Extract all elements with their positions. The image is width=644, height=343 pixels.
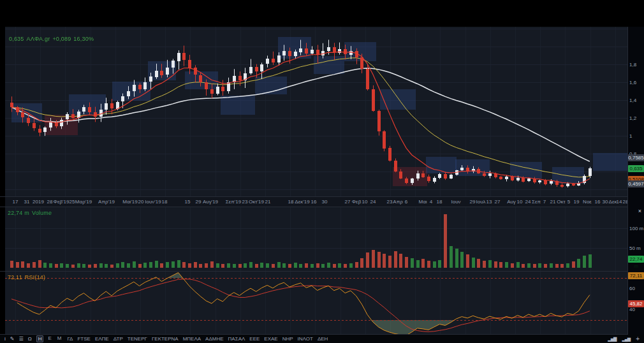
symbol-legend: 0,635ΑΛΦΑ.gr+0,08916,30% <box>9 36 96 42</box>
rsi-legend: 72,11RSI(14) <box>8 274 48 281</box>
time-axis-label: Αυγ <box>507 199 516 205</box>
time-axis-label: 15 <box>185 199 191 205</box>
time-axis-label: Φεβ <box>352 199 362 205</box>
rsi-label: RSI(14) <box>25 274 45 281</box>
ticker-tab-ΕΕΕ[interactable]: ΕΕΕ <box>249 336 260 342</box>
toolbar-icon-group: i✎☰Ω <box>4 336 32 342</box>
time-axis-label: Αυγ'19 <box>203 199 218 205</box>
time-axis-label: 18 <box>288 199 294 205</box>
ticker-tab-ΔΕΗ[interactable]: ΔΕΗ <box>318 336 328 342</box>
time-axis-label: 23 <box>387 199 393 205</box>
volume-legend: 22,74 mVolume <box>8 210 54 216</box>
chart-application-window: 0,635ΑΛΦΑ.gr+0,08916,30% 22,74 mVolume 7… <box>0 0 644 343</box>
add-icon[interactable]: + <box>636 335 640 342</box>
price-chart-pane[interactable] <box>5 27 627 196</box>
time-axis-label: 14 <box>617 199 622 205</box>
time-axis-label: 29 <box>470 199 476 205</box>
time-axis-label: 25 <box>70 199 75 205</box>
time-axis-label: 4 <box>430 199 432 205</box>
time-axis-label: 28 <box>47 199 53 205</box>
volume-pane[interactable] <box>5 207 627 271</box>
volume-tick-label: 50 m <box>628 245 644 251</box>
close-pane-icon[interactable]: × <box>638 208 641 214</box>
time-axis-label: 16 <box>595 199 601 205</box>
time-axis-label: Δεκ <box>609 199 617 205</box>
time-axis-label: 16 <box>311 199 317 205</box>
price-level-badge: 0,635 <box>628 165 644 172</box>
price-tick-label: 1 <box>628 133 644 139</box>
ticker-tab-ΙΝΛΟΤ[interactable]: ΙΝΛΟΤ <box>298 336 313 342</box>
time-axis-label: 24 <box>370 199 376 205</box>
volume-value-badge: 22,74 m <box>628 256 644 263</box>
time-axis-label: 10 <box>362 199 368 205</box>
time-axis-label: 27 <box>495 199 501 205</box>
price-tick-label: 1,8 <box>628 62 644 68</box>
toolbar-right-group: ▂▅▇▂▄▆+ <box>608 335 640 342</box>
time-axis[interactable]: 1731201928Φεβ'1925Μαρ'19Απρ'19Μαι'1920Ιο… <box>5 196 627 207</box>
time-axis-label: Ιουν <box>451 199 460 205</box>
ticker-tab-ΠΑΣΑΛ[interactable]: ΠΑΣΑΛ <box>228 336 245 342</box>
timeframe-tab-Μ[interactable]: Μ <box>56 335 63 342</box>
price-tick-label: 1,2 <box>628 115 644 121</box>
rsi-pane[interactable] <box>5 272 627 335</box>
time-axis-label: 23 <box>242 199 248 205</box>
histogram-icon[interactable]: ▂▄▆ <box>622 337 630 342</box>
timeframe-tab-Η[interactable]: Η <box>36 335 44 342</box>
time-axis-label: 6 <box>405 199 407 205</box>
price-change-percent: 16,30% <box>73 36 94 42</box>
time-axis-label: 10 <box>517 199 523 205</box>
list-icon[interactable]: ☰ <box>18 336 23 342</box>
ticker-tab-ΑΔΜΗΕ[interactable]: ΑΔΜΗΕ <box>205 336 223 342</box>
time-axis-label: 29 <box>196 199 201 205</box>
rsi-value-badge: 45,82 <box>628 300 644 307</box>
last-price-value: 0,635 <box>9 36 24 42</box>
time-axis-label: 20 <box>138 199 144 205</box>
ticker-tab-ΕΛΠΕ[interactable]: ΕΛΠΕ <box>95 336 109 342</box>
ticker-tab-ΤΕΝΕΡΓ[interactable]: ΤΕΝΕΡΓ <box>128 336 147 342</box>
timeframe-tab-Ε[interactable]: Ε <box>47 335 52 342</box>
time-axis-label: Ιουλ <box>476 199 485 205</box>
time-axis-label: Απρ <box>393 199 402 205</box>
symbol-name: ΑΛΦΑ.gr <box>27 36 50 42</box>
ticker-tab-ΓΔ[interactable]: ΓΔ <box>67 336 73 342</box>
price-tick-label: 1,4 <box>628 98 644 103</box>
price-level-badge: 0,7585 <box>628 154 644 161</box>
price-change: +0,089 <box>52 36 71 42</box>
ticker-tab-ΕΧΑΕ[interactable]: ΕΧΑΕ <box>264 336 277 342</box>
rsi-tick-label: 60 <box>628 286 644 291</box>
time-axis-label: Μαι'19 <box>122 199 138 205</box>
time-axis-label: 13 <box>487 199 492 205</box>
timeframe-group: ΗΕΜ <box>36 335 63 342</box>
ticker-tab-ΜΠΕΛΑ[interactable]: ΜΠΕΛΑ <box>183 336 201 342</box>
price-axis[interactable]: 1,81,61,41,210,80,75850,6350,51080,45971… <box>628 27 644 335</box>
rsi-value-badge: 72,11 <box>628 272 644 279</box>
ticker-tab-ΔΤΡ[interactable]: ΔΤΡ <box>113 336 123 342</box>
rsi-value: 72,11 <box>8 274 22 281</box>
time-axis-label: Οκτ <box>557 199 565 205</box>
pane-separator[interactable] <box>0 271 644 272</box>
ticker-tab-ΓΕΚΤΕΡΝΑ[interactable]: ΓΕΚΤΕΡΝΑ <box>152 336 179 342</box>
time-axis-label: 18 <box>162 199 168 205</box>
time-axis-label: 21 <box>265 199 271 205</box>
omega-icon[interactable]: Ω <box>28 336 32 342</box>
time-axis-label: Δεκ'19 <box>295 199 309 205</box>
time-axis-label: 27 <box>345 199 351 205</box>
time-axis-label: 5 <box>567 199 570 205</box>
info-icon[interactable]: i <box>4 336 6 342</box>
time-axis-label: 7 <box>543 199 546 205</box>
draw-icon[interactable]: ✎ <box>10 336 15 342</box>
time-axis-label: Οκτ'19 <box>249 199 264 205</box>
time-axis-label: 17 <box>13 199 18 205</box>
time-axis-label: 31 <box>24 199 30 205</box>
time-axis-label: 18 <box>437 199 443 205</box>
ticker-tab-FTSE[interactable]: FTSE <box>77 336 90 342</box>
time-axis-label: 30 <box>603 199 608 205</box>
ticker-tab-ΝΗΡ[interactable]: ΝΗΡ <box>282 336 293 342</box>
time-axis-label: Ιουν'19 <box>145 199 161 205</box>
price-tick-label: 1,6 <box>628 80 644 85</box>
time-axis-label: Νοε <box>583 199 592 205</box>
pane-separator <box>0 196 644 197</box>
time-axis-label: 19 <box>574 199 580 205</box>
bottom-toolbar: i✎☰Ω ΗΕΜ ΓΔFTSEΕΛΠΕΔΤΡΤΕΝΕΡΓΓΕΚΤΕΡΝΑΜΠΕΛ… <box>0 335 644 343</box>
bars-icon[interactable]: ▂▅▇ <box>608 337 616 342</box>
